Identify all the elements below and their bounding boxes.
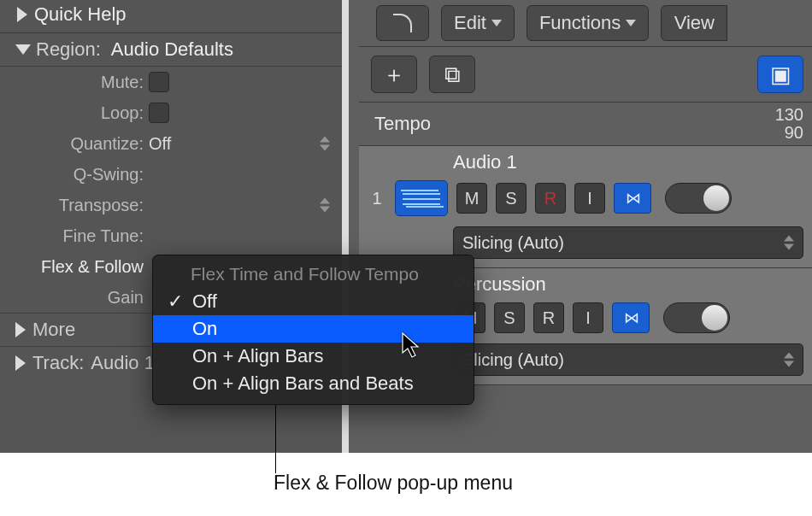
annotation-label: Flex & Follow pop-up menu bbox=[274, 472, 513, 495]
track-label: Track: bbox=[32, 352, 84, 374]
chevron-right-icon bbox=[17, 7, 27, 22]
chevron-right-icon bbox=[15, 322, 26, 337]
view-label: View bbox=[674, 12, 715, 34]
mute-checkbox[interactable] bbox=[149, 72, 169, 92]
popup-item-on[interactable]: On bbox=[153, 315, 474, 343]
checkmark-icon: ✓ bbox=[167, 290, 184, 313]
solo-button[interactable]: S bbox=[494, 302, 525, 333]
stepper-arrows-icon[interactable] bbox=[320, 137, 330, 151]
transpose-label: Transpose: bbox=[0, 196, 149, 215]
popup-item-align-bars[interactable]: On + Align Bars bbox=[153, 343, 474, 370]
track-name[interactable]: Audio 1 bbox=[359, 146, 812, 177]
toolbar-row2: ＋ ⧉ ▣ bbox=[359, 47, 812, 103]
loop-label: Loop: bbox=[0, 103, 149, 123]
flex-icon: ⋈ bbox=[626, 189, 639, 208]
track-number: 1 bbox=[368, 189, 386, 208]
curve-icon bbox=[393, 14, 412, 32]
input-monitor-button[interactable]: I bbox=[574, 183, 605, 214]
quick-help-header[interactable]: Quick Help bbox=[0, 0, 342, 33]
tempo-label: Tempo bbox=[374, 113, 431, 135]
plus-icon: ＋ bbox=[383, 60, 405, 90]
popup-item-off[interactable]: ✓ Off bbox=[153, 288, 474, 315]
region-section-header[interactable]: Region: Audio Defaults bbox=[0, 33, 342, 67]
duplicate-track-button[interactable]: ⧉ bbox=[429, 56, 475, 93]
input-monitor-button[interactable]: I bbox=[573, 302, 603, 333]
tempo-top: 130 bbox=[775, 106, 803, 124]
stepper-arrows-icon[interactable] bbox=[320, 198, 330, 213]
region-label: Region: bbox=[36, 38, 101, 61]
record-enable-button[interactable]: R bbox=[533, 302, 564, 333]
qswing-row[interactable]: Q-Swing: bbox=[0, 159, 342, 190]
mute-button[interactable]: M bbox=[456, 183, 487, 214]
loop-row: Loop: bbox=[0, 97, 342, 128]
flex-mode-value: Slicing (Auto) bbox=[462, 233, 564, 253]
solo-button[interactable]: S bbox=[496, 183, 527, 214]
finetune-row[interactable]: Fine Tune: bbox=[0, 220, 342, 251]
waveform-icon[interactable] bbox=[395, 180, 448, 216]
track-strip: Audio 1 1 M S R I ⋈ Slicing (Auto) bbox=[359, 146, 812, 268]
more-label: More bbox=[32, 319, 75, 341]
track-toggle[interactable] bbox=[663, 302, 730, 333]
chevron-down-icon bbox=[491, 20, 502, 26]
view-menu[interactable]: View bbox=[661, 5, 727, 41]
annotation-line bbox=[275, 403, 276, 473]
stepper-arrows-icon bbox=[784, 236, 794, 250]
flex-button[interactable]: ⋈ bbox=[614, 183, 651, 214]
mute-label: Mute: bbox=[0, 73, 149, 92]
popup-title: Flex Time and Follow Tempo bbox=[153, 261, 474, 288]
flex-follow-popup: Flex Time and Follow Tempo ✓ Off On On +… bbox=[152, 255, 474, 405]
gain-label: Gain bbox=[0, 288, 149, 308]
popup-item-align-bars-beats[interactable]: On + Align Bars and Beats bbox=[153, 370, 474, 397]
toolbar: Edit Functions View bbox=[359, 0, 812, 47]
quantize-row[interactable]: Quantize: Off bbox=[0, 128, 342, 159]
functions-menu[interactable]: Functions bbox=[527, 5, 649, 41]
popup-item-label: On bbox=[192, 318, 217, 340]
loop-checkbox[interactable] bbox=[149, 103, 169, 123]
edit-label: Edit bbox=[454, 12, 486, 34]
transpose-row[interactable]: Transpose: bbox=[0, 190, 342, 220]
add-track-button[interactable]: ＋ bbox=[371, 56, 417, 93]
flex-button[interactable]: ⋈ bbox=[612, 302, 650, 333]
quick-help-label: Quick Help bbox=[34, 3, 127, 26]
mute-row: Mute: bbox=[0, 67, 342, 97]
flex-mode-value: Slicing (Auto) bbox=[462, 350, 564, 370]
flex-mode-select[interactable]: Slicing (Auto) bbox=[453, 226, 803, 259]
duplicate-icon: ⧉ bbox=[444, 62, 461, 88]
picture-toggle-button[interactable]: ▣ bbox=[757, 56, 803, 93]
chevron-right-icon bbox=[15, 355, 26, 371]
flexfollow-label: Flex & Follow bbox=[0, 257, 149, 277]
popup-item-label: On + Align Bars and Beats bbox=[192, 372, 414, 395]
automation-curve-button[interactable] bbox=[376, 5, 429, 41]
tempo-bottom: 90 bbox=[775, 124, 803, 142]
quantize-label: Quantize: bbox=[0, 134, 149, 154]
flex-mode-select[interactable]: Slicing (Auto) bbox=[453, 343, 803, 376]
quantize-value: Off bbox=[149, 134, 171, 154]
chevron-down-icon bbox=[15, 44, 31, 55]
flex-icon: ⋈ bbox=[624, 308, 638, 327]
stepper-arrows-icon bbox=[784, 353, 794, 367]
edit-menu[interactable]: Edit bbox=[441, 5, 515, 41]
track-toggle[interactable] bbox=[665, 183, 732, 214]
popup-item-label: On + Align Bars bbox=[192, 345, 323, 367]
picture-icon: ▣ bbox=[770, 62, 791, 88]
region-value: Audio Defaults bbox=[111, 38, 233, 61]
popup-item-label: Off bbox=[192, 290, 217, 313]
chevron-down-icon bbox=[626, 20, 636, 26]
tempo-row[interactable]: Tempo 130 90 bbox=[359, 103, 812, 146]
functions-label: Functions bbox=[539, 12, 621, 34]
record-enable-button[interactable]: R bbox=[535, 183, 566, 214]
track-value: Audio 1 bbox=[91, 352, 155, 374]
finetune-label: Fine Tune: bbox=[0, 226, 149, 246]
qswing-label: Q-Swing: bbox=[0, 165, 149, 185]
